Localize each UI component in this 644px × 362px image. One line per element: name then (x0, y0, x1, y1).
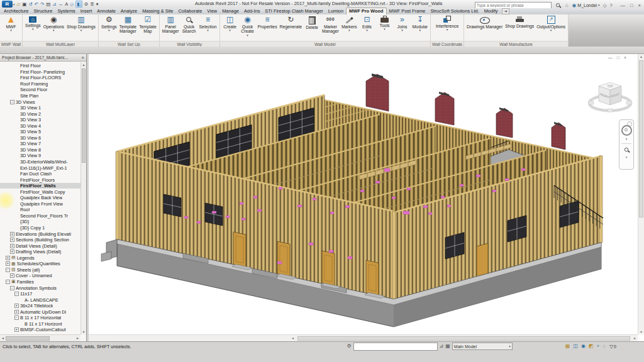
view-restore-icon[interactable]: □ (617, 55, 619, 60)
template-manager-button[interactable]: ▦Template Manager (118, 15, 138, 40)
zoom-tool-icon[interactable] (624, 146, 630, 153)
canvas-vertical-scrollbar[interactable]: ▲ ▼ (638, 54, 644, 334)
tree-item-3d-views[interactable]: −3D Views (0, 99, 80, 105)
tree-item-3d-exteriorwalls-wind[interactable]: 3D-ExteriorWalls/Wind- (0, 159, 80, 165)
view-minimize-icon[interactable]: — (608, 55, 613, 60)
design-options-icon[interactable]: ▦ (445, 343, 450, 349)
tab-mwf-pro-wood[interactable]: MWF Pro Wood (346, 8, 386, 14)
default-3d-view-icon[interactable]: ◧ (75, 1, 82, 8)
tree-item-3d-view-7[interactable]: 3D View 7 (0, 141, 80, 147)
steering-wheel-icon[interactable] (621, 125, 632, 136)
panel-manager-button[interactable]: ▥Panel Manager (161, 15, 180, 40)
scroll-up-icon[interactable]: ▲ (638, 55, 644, 58)
selection-button[interactable]: ≡Selection▾ (198, 15, 218, 40)
section-icon[interactable]: ⊘ (84, 1, 88, 7)
tab-massing-site[interactable]: Massing & Site (140, 8, 175, 14)
tree-item-sheets-all[interactable]: −▧Sheets (all) (0, 267, 80, 273)
user-account-button[interactable]: ◉ M_Londei ▾ (572, 3, 600, 8)
shop-drawings-button[interactable]: Shop Drawings (504, 15, 535, 40)
tree-item-11x17[interactable]: −11x17 (0, 291, 80, 297)
tree-item-first-floor[interactable]: First Floor (0, 63, 80, 69)
tree-item-drafting-views-detail[interactable]: +Drafting Views (Detail) (0, 249, 80, 255)
steering-wheel-caret-icon[interactable]: ▾ (626, 137, 628, 141)
thin-lines-icon[interactable]: ≣ (90, 1, 94, 7)
close-button[interactable]: × (638, 3, 641, 8)
scroll-down-icon[interactable]: ▼ (81, 330, 86, 334)
tree-item-families[interactable]: −▣Families (0, 279, 80, 285)
worksets-icon[interactable]: ⚙ (347, 343, 351, 349)
scrollbar-thumb[interactable] (297, 336, 630, 341)
tree-item-3d-view-3[interactable]: 3D View 3 (0, 117, 80, 123)
editable-only-icon[interactable]: ⊿ (440, 343, 444, 349)
panel-toggle-icon[interactable]: ▫▾ (502, 8, 509, 14)
exchange-apps-icon[interactable]: ◇ (603, 3, 607, 8)
tree-item-first-floor-panelizing[interactable]: First Floor- Panelizing (0, 69, 80, 75)
tree-item-bimsf-customcallout[interactable]: +BIMSF-CustomCallout (0, 327, 80, 333)
redo-icon[interactable]: ↷ (40, 1, 44, 7)
undo-icon[interactable]: ↶ (35, 1, 38, 7)
tree-item-second-floor[interactable]: Second Floor (0, 87, 80, 93)
select-by-face-icon[interactable]: ◩ (589, 343, 594, 349)
tab-insert[interactable]: Insert (78, 8, 94, 14)
tools-button[interactable]: Tools▾ (375, 15, 393, 40)
tree-item-sections-building-section[interactable]: +Sections (Building Section (0, 237, 80, 243)
expand-icon[interactable]: + (14, 327, 19, 332)
quick-search-button[interactable]: Quick Search (180, 15, 198, 40)
tab-manage[interactable]: Manage (219, 8, 242, 14)
selection-filter[interactable]: ▽ 0 (609, 344, 616, 349)
output-options-button[interactable]: ↗Output/Options▾ (535, 15, 567, 40)
customize-icon[interactable]: ▾ (96, 1, 99, 7)
collapse-icon[interactable]: − (6, 280, 10, 284)
application-menu-button[interactable]: R (2, 1, 13, 8)
select-links-icon[interactable]: ▦ (565, 343, 570, 349)
measure-icon[interactable]: ⊿ (52, 1, 56, 7)
tree-item-firstfloor-floors[interactable]: FirstFloor_Floors (0, 177, 80, 183)
expand-icon[interactable]: + (14, 304, 19, 308)
collapse-icon[interactable]: − (14, 315, 19, 320)
tree-item-firstfloor-walls[interactable]: FirstFloor_Walls (0, 183, 80, 189)
text-icon[interactable]: A (65, 1, 68, 7)
tree-item-3d-view-2[interactable]: 3D View 2 (0, 111, 80, 117)
modular-button[interactable]: ↧Modular▾ (411, 15, 429, 40)
tab-mwf-post-frame[interactable]: MWF Post Frame (387, 8, 428, 14)
tree-item-a-landscape[interactable]: A- LANDSCAPE (0, 297, 80, 303)
tree-item-3d-view-5[interactable]: 3D View 5 (0, 129, 80, 135)
tree-item-3d-view-6[interactable]: 3D View 6 (0, 135, 80, 141)
quick-create-button[interactable]: ◉Quick Create▾ (239, 15, 257, 40)
background-processes-icon[interactable]: ◌ (602, 343, 606, 349)
drawings-manager-button[interactable]: Drawings Manager (465, 15, 504, 40)
expand-icon[interactable]: + (14, 310, 19, 314)
tab-collaborate[interactable]: Collaborate (175, 8, 204, 14)
select-pinned-icon[interactable]: ◉ (581, 343, 586, 349)
expand-icon[interactable]: + (10, 250, 14, 254)
joins-button[interactable]: »Joins▾ (393, 15, 411, 40)
project-browser-close-icon[interactable]: × (81, 54, 84, 61)
create-button[interactable]: ◫Create▾ (221, 15, 239, 40)
tab-modify[interactable]: Modify (482, 8, 501, 14)
design-option-select[interactable]: Main Model ▾ (452, 343, 513, 350)
properties-button[interactable]: ≡Properties (257, 15, 279, 40)
settings-button[interactable]: ⌂Settings▾ (24, 15, 42, 40)
scroll-up-icon[interactable]: ▲ (81, 63, 86, 67)
tab-lumion[interactable]: Lumion (326, 8, 346, 14)
tree-item-fan-duct-clash[interactable]: Fan Duct Clash (0, 171, 80, 177)
tree-item-annotation-symbols[interactable]: −Annotation Symbols (0, 285, 80, 291)
tree-item-roof-framing[interactable]: Roof Framing (0, 81, 80, 87)
shop-drawings-button[interactable]: ▥Shop Drawings▾ (65, 15, 97, 40)
operations-button[interactable]: ◉Operations▾ (42, 15, 65, 40)
active-workset-input[interactable] (353, 343, 438, 351)
save-icon[interactable]: ▣ (22, 1, 26, 7)
tab-architecture[interactable]: Architecture (1, 8, 31, 14)
tree-item-site-plan[interactable]: Site Plan (0, 93, 80, 99)
tree-item-3d-view-8[interactable]: 3D View 8 (0, 147, 80, 153)
tab-analyze[interactable]: Analyze (118, 8, 140, 14)
canvas-horizontal-scrollbar[interactable]: ◄ ► (89, 334, 638, 341)
tree-item-second-floor-floors-tr[interactable]: Second Floor_Floors Tr (0, 213, 80, 219)
view-close-icon[interactable]: × (624, 55, 626, 60)
tree-item-36x24-titleblock[interactable]: +36x24 Titleblock (0, 303, 80, 309)
view-cube[interactable]: TOP FRONT RIGHT (586, 77, 634, 116)
collapse-icon[interactable]: − (10, 286, 14, 290)
viewcube-top-label[interactable]: TOP (607, 85, 613, 88)
open-file-icon[interactable]: ▱ (17, 1, 21, 7)
tree-item-legends[interactable]: +▤Legends (0, 255, 80, 261)
